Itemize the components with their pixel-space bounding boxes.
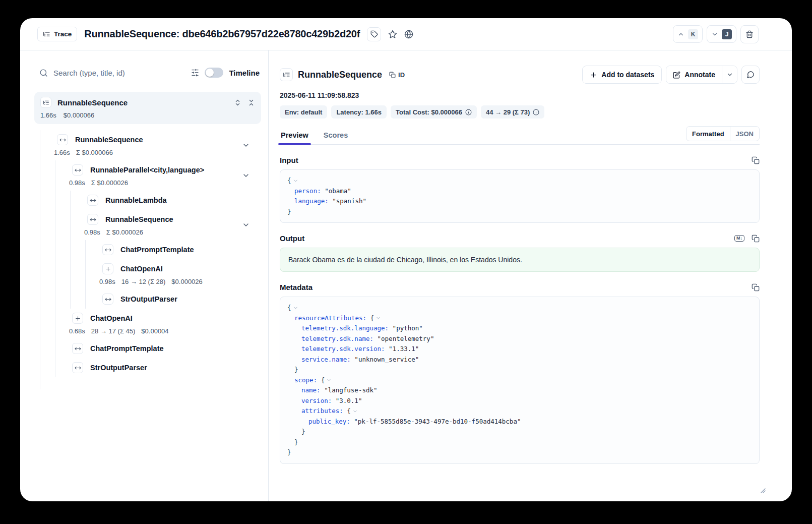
app-window: Trace RunnableSequence: dbe646b2b67957d2… [20, 18, 792, 501]
code-line: person: "obama" [287, 186, 752, 197]
tree-node-runnableparallel-city-language[interactable]: RunnableParallel<city,language>0.98sΣ $0… [55, 160, 268, 191]
resize-grip-icon[interactable] [761, 488, 766, 493]
span-icon [102, 294, 113, 305]
comments-button[interactable] [741, 66, 760, 84]
add-to-datasets-button[interactable]: Add to datasets [582, 66, 662, 84]
copy-metadata-icon[interactable] [752, 283, 760, 292]
collapse-chevron-icon[interactable] [293, 305, 298, 311]
tree-node-stroutputparser[interactable]: StrOutputParser [55, 358, 268, 377]
tree-node-chatprompttemplate[interactable]: ChatPromptTemplate [55, 339, 268, 358]
trace-root-meta: 1.66s $0.000066 [40, 111, 255, 119]
generation-icon [72, 313, 83, 324]
collapse-chevron-icon[interactable] [352, 409, 358, 414]
expand-all-icon[interactable] [234, 99, 241, 106]
tag-icon [370, 30, 378, 38]
collapse-chevron-icon[interactable] [326, 377, 332, 383]
observation-meta: 0.98sΣ $0.000026 [69, 179, 268, 187]
observation-meta: 0.68s28 → 17 (Σ 45)$0.00004 [69, 327, 268, 335]
tab-scores[interactable]: Scores [323, 128, 349, 144]
observation-label: ChatOpenAI [90, 314, 133, 322]
chevron-down-icon[interactable] [242, 171, 250, 180]
meta-badge: Latency: 1.66s [331, 105, 387, 119]
trace-cost: $0.000066 [64, 111, 94, 119]
delete-trace-button[interactable] [740, 25, 759, 43]
trace-sidebar: Timeline RunnableSequence 1.66s $0.00006… [20, 50, 269, 501]
tree-node-chatopenai[interactable]: ChatOpenAI0.98s16 → 12 (Σ 28)$0.000026 [86, 259, 268, 289]
collapse-chevron-icon[interactable] [293, 178, 298, 184]
info-icon[interactable] [533, 109, 539, 115]
observation-meta: 1.66sΣ $0.000066 [54, 149, 268, 156]
badges-row: Env: defaultLatency: 1.66sTotal Cost: $0… [280, 105, 760, 119]
tree-node-chatopenai[interactable]: ChatOpenAI0.68s28 → 17 (Σ 45)$0.00004 [55, 309, 268, 339]
timeline-toggle[interactable] [205, 68, 223, 78]
markdown-toggle-icon[interactable]: M↓ [734, 235, 744, 242]
trace-root-item[interactable]: RunnableSequence 1.66s $0.000066 [34, 92, 261, 124]
code-line: attributes: { [287, 406, 752, 417]
filter-sliders-icon[interactable] [191, 69, 199, 77]
observation-meta: 0.98s16 → 12 (Σ 28)$0.000026 [99, 278, 268, 285]
chevron-down-icon [726, 71, 733, 78]
format-toggle: FormattedJSON [686, 126, 760, 141]
meta-badge: Total Cost: $0.000066 [391, 105, 477, 119]
annotate-button[interactable]: Annotate [666, 66, 722, 83]
observation-label: ChatPromptTemplate [120, 246, 194, 254]
observation-label: RunnableParallel<city,language> [90, 166, 204, 174]
chevron-up-icon [677, 31, 684, 38]
tree-node-runnablesequence[interactable]: RunnableSequence0.98sΣ $0.000026 [71, 210, 268, 240]
info-icon[interactable] [465, 109, 472, 115]
collapse-chevron-icon[interactable] [376, 315, 381, 321]
format-segment-formatted[interactable]: Formatted [686, 127, 730, 141]
code-line: telemetry.sdk.version: "1.33.1" [287, 344, 752, 355]
copy-input-icon[interactable] [752, 156, 760, 164]
header-actions: K J [673, 25, 759, 43]
copy-output-icon[interactable] [752, 235, 760, 243]
prev-trace-button[interactable]: K [673, 25, 703, 43]
next-trace-button[interactable]: J [707, 25, 736, 43]
chevron-down-icon[interactable] [242, 221, 250, 229]
tree-node-stroutputparser[interactable]: StrOutputParser [86, 289, 268, 309]
meta-badge: Env: default [280, 105, 327, 119]
tree-node-chatprompttemplate[interactable]: ChatPromptTemplate [86, 240, 268, 259]
chevron-down-icon[interactable] [242, 141, 250, 149]
code-line: language: "spanish" [287, 196, 752, 207]
format-segment-json[interactable]: JSON [730, 127, 759, 141]
list-tree-icon [280, 68, 293, 81]
search-input[interactable] [53, 69, 185, 77]
tree-node-runnablesequence[interactable]: RunnableSequence1.66sΣ $0.000066 [40, 130, 268, 160]
trace-root-label: RunnableSequence [57, 98, 128, 107]
plus-icon [590, 71, 597, 79]
code-line: } [287, 447, 752, 458]
span-icon [72, 362, 83, 373]
trace-icon [40, 97, 51, 108]
code-line: } [287, 207, 752, 217]
span-icon [102, 244, 113, 255]
tabs: PreviewScores [280, 128, 349, 144]
observation-label: StrOutputParser [90, 364, 147, 372]
observation-label: StrOutputParser [120, 295, 177, 303]
output-heading: Output [280, 234, 304, 243]
code-line: { [287, 176, 752, 186]
annotate-dropdown-button[interactable] [722, 66, 737, 83]
input-code-block: {person: "obama"language: "spanish"} [280, 169, 760, 223]
tab-preview[interactable]: Preview [280, 128, 309, 144]
tree-node-runnablelambda[interactable]: RunnableLambda [71, 191, 268, 210]
observation-label: ChatPromptTemplate [90, 344, 164, 353]
metadata-code-block: {resourceAttributes: {telemetry.sdk.lang… [280, 297, 760, 464]
span-icon [72, 164, 83, 176]
code-line: scope: { [287, 375, 752, 386]
list-tree-icon [43, 30, 50, 38]
pencil-icon [673, 71, 680, 79]
globe-icon[interactable] [404, 30, 413, 39]
observation-label: RunnableSequence [75, 136, 143, 144]
observation-title: RunnableSequence [298, 70, 382, 80]
collapse-all-icon[interactable] [247, 99, 255, 106]
trash-icon [745, 30, 754, 38]
copy-id-button[interactable]: ID [389, 71, 405, 79]
observation-title-row: RunnableSequence ID Add to datasets [280, 66, 760, 84]
star-icon[interactable] [388, 30, 397, 39]
preview-sections: Input {person: "obama"language: "spanish… [280, 145, 760, 501]
metadata-heading: Metadata [280, 283, 313, 292]
tag-button[interactable] [367, 27, 381, 41]
code-line: } [287, 427, 752, 437]
code-line: version: "3.0.1" [287, 396, 752, 406]
